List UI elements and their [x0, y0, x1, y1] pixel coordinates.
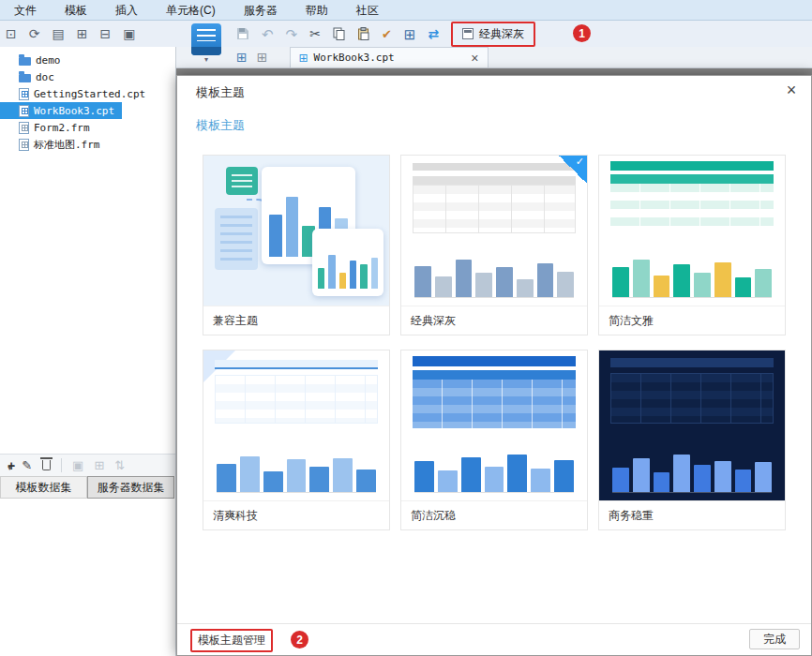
menu-insert[interactable]: 插入: [101, 0, 152, 21]
theme-card-grid: 兼容主题 ✓ 经典深灰: [203, 155, 788, 530]
mini-table: [610, 184, 774, 232]
finereport-designer-window: 文件 模板 插入 单元格(C) 服务器 帮助 社区 ⊡ ⟳ ▤ ⊞ ⊟ ▣ ↶: [0, 0, 812, 656]
mini-bar-chart: [217, 440, 376, 493]
annotation-box-theme-button: 经典深灰: [451, 22, 535, 47]
tab-workbook3[interactable]: ⊞ WorkBook3.cpt ×: [290, 47, 489, 67]
preview-icon[interactable]: ▤: [52, 27, 64, 40]
copy-svg: [333, 27, 345, 40]
check-icon: ✓: [576, 156, 584, 168]
theme-manage-button[interactable]: 模板主题管理: [194, 632, 269, 649]
refresh-icon[interactable]: ⟳: [29, 27, 40, 40]
mini-report-title-band: [610, 161, 774, 171]
theme-card-compat[interactable]: 兼容主题: [203, 155, 390, 335]
tree-item-standard-map[interactable]: 标准地图.frm: [0, 136, 108, 153]
theme-card-business[interactable]: 商务稳重: [598, 350, 786, 530]
dialog-close-icon[interactable]: ×: [781, 80, 802, 100]
cpt-file-icon: ⊞: [298, 52, 308, 65]
dataset-toolbar: +▾ ✎ ▣ ⊞ ⇅: [0, 454, 175, 476]
folder-icon: [19, 74, 31, 82]
new-report-grid-icon[interactable]: ⊞: [236, 51, 248, 64]
theme-card-tech[interactable]: 清爽科技: [203, 350, 390, 530]
mini-report-title-band: [610, 358, 774, 367]
batch-edit-icon: ⊞: [94, 458, 104, 472]
file-tree-toolbar: ⊡ ⟳ ▤ ⊞ ⊟ ▣: [6, 21, 135, 47]
menu-bar: 文件 模板 插入 单元格(C) 服务器 帮助 社区: [0, 0, 812, 21]
template-file-tree: demo doc GettingStarted.cpt WorkBook3.cp…: [0, 47, 175, 153]
mini-report-title-band: [413, 356, 576, 366]
illustration-side-card: [215, 208, 258, 270]
save-icon[interactable]: [236, 27, 249, 40]
mini-table: [610, 373, 774, 424]
new-form-grid-icon[interactable]: ⊞: [257, 51, 268, 64]
delete-dataset-button[interactable]: [42, 460, 51, 470]
undo-icon[interactable]: ↶: [262, 27, 274, 41]
done-button[interactable]: 完成: [749, 629, 800, 649]
theme-card-elegant[interactable]: 简洁文雅: [598, 155, 786, 335]
tree-item-gettingstarted[interactable]: GettingStarted.cpt: [0, 85, 153, 102]
tree-item-workbook3-selected[interactable]: WorkBook3.cpt: [0, 102, 122, 119]
mini-table: [215, 375, 378, 424]
tab-close-icon[interactable]: ×: [469, 51, 480, 66]
mini-bar-chart: [414, 246, 574, 298]
theme-preview-elegant: [599, 156, 785, 306]
cpt-file-icon: [19, 88, 29, 100]
menu-server[interactable]: 服务器: [230, 0, 292, 21]
theme-button-label: 经典深灰: [479, 26, 524, 42]
theme-label: 简洁沉稳: [401, 500, 587, 529]
mini-table: [413, 380, 576, 428]
menu-help[interactable]: 帮助: [292, 0, 342, 21]
mini-bar-chart: [612, 246, 772, 298]
redo-icon[interactable]: ↷: [286, 27, 298, 41]
tab-server-dataset[interactable]: 服务器数据集: [87, 476, 174, 499]
cut-icon[interactable]: ✂: [309, 27, 321, 40]
report-block-icon: [191, 23, 221, 55]
switch-directory-icon[interactable]: ⊡: [6, 27, 17, 40]
theme-preview-classic-gray: ✓: [401, 156, 587, 306]
tab-template-dataset[interactable]: 模板数据集: [0, 476, 87, 499]
theme-label: 简洁文雅: [599, 306, 785, 335]
copy-template-icon[interactable]: ▣: [123, 27, 135, 40]
annotation-box-manage-button: 模板主题管理: [190, 629, 273, 652]
theme-label: 清爽科技: [203, 500, 389, 529]
tree-item-label: GettingStarted.cpt: [34, 88, 145, 100]
menu-community[interactable]: 社区: [342, 0, 393, 21]
sync-icon[interactable]: ⇄: [428, 27, 439, 40]
paste-icon[interactable]: [357, 27, 369, 40]
theme-preview-steady: [401, 350, 587, 500]
selected-corner-badge: ✓: [559, 156, 587, 184]
theme-card-steady[interactable]: 简洁沉稳: [400, 350, 588, 530]
menu-file[interactable]: 文件: [0, 0, 51, 21]
mini-table-header: [610, 174, 774, 184]
edit-toolbar: ↶ ↷ ✂ ✔ ⊞ ⇄ 经: [236, 21, 535, 47]
template-theme-dialog: 模板主题 × 模板主题 兼容主题: [176, 75, 812, 656]
theme-preview-tech: [203, 350, 389, 500]
main-toolbar: ⊡ ⟳ ▤ ⊞ ⊟ ▣ ↶ ↷ ✂: [0, 21, 812, 47]
data-connection-icon: ⇅: [114, 458, 125, 472]
frm-file-icon: [19, 139, 29, 151]
template-theme-button[interactable]: 经典深灰: [455, 24, 532, 44]
folder-icon: [19, 57, 31, 66]
format-painter-icon[interactable]: ✔: [382, 28, 392, 40]
mini-table-header: [413, 176, 576, 185]
tree-item-form2[interactable]: Form2.frm: [0, 119, 98, 136]
theme-card-classic-gray-selected[interactable]: ✓ 经典深灰: [400, 155, 588, 335]
menu-template[interactable]: 模板: [51, 0, 101, 21]
edit-dataset-button[interactable]: ✎: [22, 458, 32, 472]
chevron-down-icon: ▾: [204, 56, 208, 64]
table-style-icon[interactable]: ⊞: [404, 27, 416, 41]
menu-cell[interactable]: 单元格(C): [152, 0, 230, 21]
cpt-file-icon: [19, 105, 29, 117]
delete-template-icon[interactable]: ⊟: [99, 27, 111, 40]
paste-dataset-icon: ▣: [72, 458, 83, 472]
tree-item-demo[interactable]: demo: [0, 52, 68, 68]
illustration-teal-block: [226, 167, 258, 195]
copy-icon[interactable]: [333, 27, 345, 40]
frm-file-icon: [19, 122, 29, 134]
document-tab-bar: ⊞ ⊞ ⊞ WorkBook3.cpt ×: [176, 47, 812, 68]
template-web-settings-button[interactable]: ▾: [188, 23, 225, 67]
tree-item-doc[interactable]: doc: [0, 68, 62, 85]
add-dataset-button[interactable]: +▾: [8, 458, 11, 473]
mini-bar-chart: [612, 440, 772, 493]
mini-table-header: [413, 370, 576, 380]
new-folder-icon[interactable]: ⊞: [77, 27, 88, 40]
